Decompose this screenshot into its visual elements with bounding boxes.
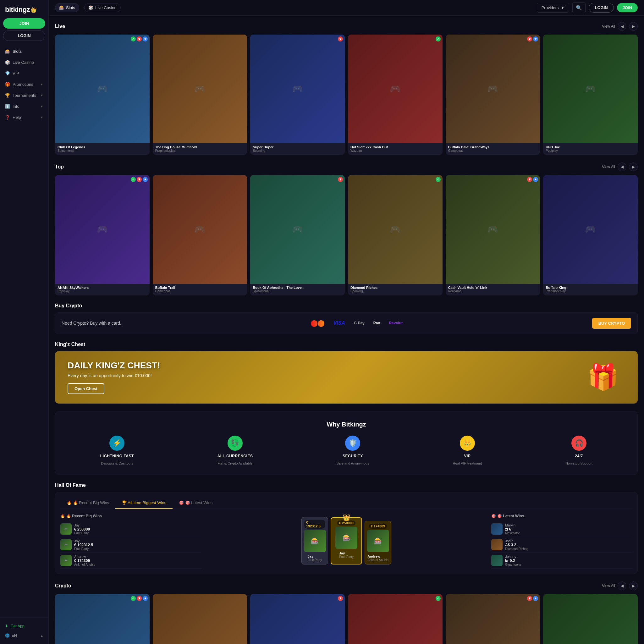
podium-2nd: € 192312.5 🎰 Jay Fruit Party <box>301 517 328 564</box>
game-card-info: UFO Joe Popiplay <box>543 143 638 155</box>
sidebar-item-vip[interactable]: 💎 VIP <box>0 68 48 79</box>
hof-recent-title: 🔥 🔥 Recent Big Wins <box>60 514 201 518</box>
mastercard-icon: ⬤⬤ <box>308 318 327 328</box>
lightning-desc: Deposits & Cashouts <box>101 461 133 465</box>
hof-tab-biggest[interactable]: 🏆 All-time Biggest Wins <box>115 497 173 509</box>
sidebar-join-button[interactable]: JOIN <box>3 18 45 29</box>
logo[interactable]: bitkingz 👑 <box>0 0 48 18</box>
topbar-tab-live-casino[interactable]: 🎲 Live Casino <box>84 3 121 12</box>
language-chevron-icon: ▲ <box>40 634 43 637</box>
hof-recent-game-img-3: 🎮 <box>60 555 72 566</box>
sidebar-login-button[interactable]: LOGIN <box>3 30 45 41</box>
target-small-icon: 🎯 <box>491 514 496 518</box>
sidebar-nav: 🎰 Slots 🎲 Live Casino 💎 VIP 🎁 Promotions… <box>0 45 48 617</box>
game-placeholder-icon: 🎮 <box>97 224 108 234</box>
kingz-chest-card: DAILY KING'Z CHEST! Every day is an oppo… <box>55 351 638 404</box>
game-card-provider: Spinomenal <box>58 149 147 152</box>
game-card-image: 🎮 <box>153 35 247 143</box>
game-card-image: ♛ ★ 🎮 <box>446 35 540 143</box>
hof-latest-amount-2: A$ 3.2 <box>505 543 632 547</box>
podium-card-3rd: € 174309 🎰 Andrew Ankh of Anubis <box>365 521 391 564</box>
game-card[interactable]: ✓ 🎮 Hot Slot: 777 Cash Out Wazdan <box>348 35 443 155</box>
game-card[interactable]: ✓ ♛ ★ 🎮 ANAKI SkyWalkers Popiplay <box>55 175 150 295</box>
game-card[interactable]: ✓ 🎮 Diamond Riches Booming <box>348 175 443 295</box>
buy-crypto-button[interactable]: BUY CRYPTO <box>592 318 631 329</box>
game-card-info: ANAKI SkyWalkers Popiplay <box>55 284 150 295</box>
game-card[interactable]: ♛ ★ 🎮 Buffalo Dale: GrandWays Gamebeat <box>446 35 540 155</box>
crypto-view-all[interactable]: View All <box>602 584 615 588</box>
podium-3rd-user: Andrew <box>367 554 388 558</box>
hof-latest-info-1: Marvin zł 6 Maximator <box>505 523 632 535</box>
game-card-image: ♛ ★ 🎮 <box>446 594 540 644</box>
live-next-arrow[interactable]: ▶ <box>629 22 638 31</box>
hof-recent-entry-2: 🎮 Jay € 192312.5 Fruit Party <box>60 537 201 553</box>
sidebar-item-promotions[interactable]: 🎁 Promotions ▼ <box>0 79 48 90</box>
crypto-title: Crypto <box>55 583 71 589</box>
page-content: Live View All ◀ ▶ ✓ ♛ ★ 🎮 Club Of Legend… <box>49 16 644 644</box>
live-prev-arrow[interactable]: ◀ <box>618 22 626 31</box>
get-app-link[interactable]: ⬇ Get App <box>5 621 43 631</box>
game-card-name: The Dog House Multihold <box>155 145 245 149</box>
game-card[interactable]: 🎮 Buffalo Mill Hold'n Link <box>153 594 247 644</box>
game-card-image: 🎮 <box>153 594 247 644</box>
sidebar-item-tournaments[interactable]: 🏆 Tournaments ▼ <box>0 90 48 101</box>
search-button[interactable]: 🔍 <box>572 2 586 13</box>
topbar-tab-slots[interactable]: 🎰 Slots <box>55 3 79 12</box>
language-selector[interactable]: 🌐 EN ▲ <box>5 631 43 640</box>
game-card[interactable]: ♛ 🎮 Wild Wild Steel <box>250 594 345 644</box>
game-card[interactable]: ✓ 🎮 Fruit Machine X25 <box>348 594 443 644</box>
sidebar-item-live-casino[interactable]: 🎲 Live Casino <box>0 57 48 68</box>
game-card[interactable]: 🎮 UFO Joe Popiplay <box>543 35 638 155</box>
game-placeholder-icon: 🎮 <box>487 84 498 94</box>
open-chest-button[interactable]: Open Chest <box>68 383 104 394</box>
game-card[interactable]: 🎮 Buffalo King Pragmaticplay <box>543 175 638 295</box>
hof-latest-game-img-1 <box>491 523 503 535</box>
game-card[interactable]: ♛ 🎮 Super Duper Booming <box>250 35 345 155</box>
top-prev-arrow[interactable]: ◀ <box>618 162 626 171</box>
game-card[interactable]: ✓ ♛ ★ 🎮 Osiris Gold Hold'n Link <box>55 594 150 644</box>
game-card-image: ✓ 🎮 <box>348 175 443 284</box>
game-card-image: ✓ ♛ ★ 🎮 <box>55 594 150 644</box>
game-card-provider: Pragmaticplay <box>155 149 245 152</box>
sidebar-item-help[interactable]: ❓ Help ▼ <box>0 112 48 123</box>
game-card-image: ✓ ♛ ★ 🎮 <box>55 35 150 143</box>
badge-red: ♛ <box>137 36 142 41</box>
language-label: EN <box>12 633 17 638</box>
providers-button[interactable]: Providers ▼ <box>537 3 570 13</box>
hof-recent-info-3: Andrew € 174309 Ankh of Anubis <box>74 555 201 566</box>
sidebar-item-slots[interactable]: 🎰 Slots <box>0 46 48 57</box>
game-card[interactable]: ♛ ★ 🎮 Pompeii Gold <box>446 594 540 644</box>
game-card[interactable]: ♛ 🎮 Book Of Aphrodite - The Love... Spin… <box>250 175 345 295</box>
game-card[interactable]: ♛ ★ 🎮 Cash Vault Hold 'n' Link Neilgame <box>446 175 540 295</box>
crypto-prev-arrow[interactable]: ◀ <box>618 581 626 590</box>
feature-support: 🎧 24/7 Non-stop Support <box>565 436 592 465</box>
top-view-all[interactable]: View All <box>602 165 615 169</box>
topbar-login-button[interactable]: LOGIN <box>589 3 614 13</box>
card-badges: ♛ ★ <box>527 177 538 182</box>
hof-tab-recent[interactable]: 🔥 🔥 Recent Big Wins <box>60 497 115 509</box>
game-card[interactable]: 🎮 Odin's Tree Rapid Link <box>543 594 638 644</box>
hof-latest-info-3: Johnny kr 9.2 Gigantoonz <box>505 555 632 566</box>
hof-latest-amount-3: kr 9.2 <box>505 559 632 563</box>
payment-icons: ⬤⬤ VISA G Pay Pay Revolut <box>308 318 405 328</box>
top-section-header: Top View All ◀ ▶ <box>55 162 638 171</box>
tournaments-chevron-icon: ▼ <box>40 94 43 97</box>
card-badges: ✓ <box>436 36 441 41</box>
crypto-next-arrow[interactable]: ▶ <box>629 581 638 590</box>
support-name: 24/7 <box>575 454 583 458</box>
badge-green: ✓ <box>436 596 441 601</box>
topbar-join-button[interactable]: JOIN <box>617 3 638 12</box>
kingz-chest-header: King'z Chest <box>55 342 638 347</box>
live-view-all[interactable]: View All <box>602 24 615 29</box>
top-games-grid: ✓ ♛ ★ 🎮 ANAKI SkyWalkers Popiplay 🎮 <box>55 175 638 295</box>
live-casino-tab-label: Live Casino <box>95 5 117 10</box>
live-section-right: View All ◀ ▶ <box>602 22 638 31</box>
sidebar-item-info[interactable]: ℹ️ Info ▼ <box>0 101 48 112</box>
search-icon: 🔍 <box>576 5 582 10</box>
game-card[interactable]: 🎮 The Dog House Multihold Pragmaticplay <box>153 35 247 155</box>
hof-tab-latest[interactable]: 🎯 🎯 Latest Wins <box>173 497 219 509</box>
top-next-arrow[interactable]: ▶ <box>629 162 638 171</box>
game-card[interactable]: ✓ ♛ ★ 🎮 Club Of Legends Spinomenal <box>55 35 150 155</box>
game-card[interactable]: 🎮 Buffalo Trail Gamebeat <box>153 175 247 295</box>
support-icon: 🎧 <box>571 436 586 451</box>
